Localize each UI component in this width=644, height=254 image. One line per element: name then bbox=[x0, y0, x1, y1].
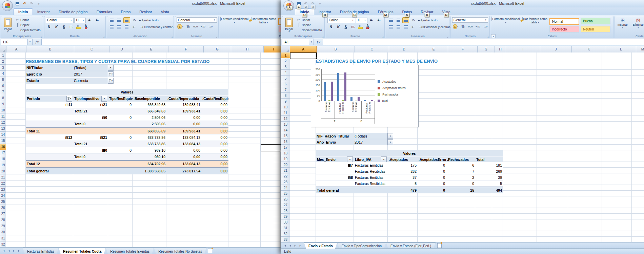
row-header-16[interactable]: 16 bbox=[0, 144, 6, 150]
align-top-button[interactable] bbox=[108, 17, 115, 23]
next-sheet-button[interactable]: ► bbox=[12, 249, 16, 253]
insert-function-button[interactable]: ƒx bbox=[314, 40, 323, 44]
redo-button[interactable]: ↷ 3 bbox=[310, 1, 316, 6]
column-header-G[interactable]: G bbox=[204, 46, 231, 52]
number-format-select[interactable]: General▼ bbox=[452, 17, 488, 23]
bar-chart[interactable]: 050100150200250300Facturas EmitidasFactu… bbox=[311, 65, 419, 127]
save-button[interactable]: 1 bbox=[296, 1, 302, 6]
row-header-1[interactable]: 1 bbox=[0, 52, 6, 59]
grow-font-button[interactable]: A▴ bbox=[368, 17, 375, 23]
comma-style-button[interactable]: 000 bbox=[192, 24, 199, 29]
decrease-decimal-button[interactable]: -.00 bbox=[482, 24, 489, 29]
redo-button[interactable]: ↷ bbox=[28, 1, 35, 6]
row-header-18[interactable]: 18 bbox=[281, 150, 290, 156]
row-header-25[interactable]: 25 bbox=[0, 199, 6, 205]
row-header-14[interactable]: 14 bbox=[281, 127, 290, 133]
row-header-17[interactable]: 17 bbox=[0, 150, 6, 156]
font-size-select[interactable]: 11▼ bbox=[74, 18, 86, 23]
column-headers[interactable]: ABCDEFGHIJKLM bbox=[281, 46, 644, 53]
percent-style-button[interactable]: % bbox=[460, 24, 466, 29]
grid[interactable]: ESTÁDISTICAS DE ENVÍO POR ESTADO Y MES D… bbox=[290, 52, 644, 242]
sheet-tab-resumen-totales-exentas[interactable]: Resumen Totales Exentas bbox=[106, 248, 154, 254]
number-format-select[interactable]: General▼ bbox=[177, 17, 217, 23]
font-color-button[interactable]: A▾ bbox=[83, 24, 90, 30]
row-header-1[interactable]: 1 bbox=[281, 52, 290, 58]
row-header-16[interactable]: 16 bbox=[281, 139, 290, 145]
row-header-31[interactable]: 31 bbox=[0, 235, 6, 241]
row-header-2[interactable]: 2 bbox=[0, 59, 6, 65]
column-header-J[interactable]: J bbox=[540, 46, 572, 52]
title-bar[interactable]: A 1 ↶ 2 ↷ 3 ▾ cxdat5500.xlsx - Microsoft… bbox=[281, 0, 644, 8]
row-header-33[interactable]: 33 bbox=[281, 237, 290, 242]
align-left-button[interactable] bbox=[387, 24, 394, 30]
increase-decimal-button[interactable]: +.00 bbox=[475, 24, 481, 29]
row-header-2[interactable]: 2 bbox=[281, 58, 290, 64]
row-header-26[interactable]: 26 bbox=[0, 205, 6, 211]
row-header-4[interactable]: 4 bbox=[281, 70, 290, 76]
insert-function-button[interactable]: ƒx bbox=[33, 40, 41, 44]
orientation-button[interactable]: ⇗▾ bbox=[131, 17, 138, 23]
row-header-15[interactable]: 15 bbox=[0, 138, 6, 144]
column-header-F[interactable]: F bbox=[168, 46, 204, 52]
row-header-30[interactable]: 30 bbox=[0, 229, 6, 235]
ribbon-tab-insertar[interactable]: InsertarB bbox=[314, 9, 336, 15]
conditional-formatting-button[interactable]: Formato condicional ▾ bbox=[220, 16, 249, 24]
row-header-32[interactable]: 32 bbox=[281, 231, 290, 237]
align-bottom-button[interactable] bbox=[402, 17, 409, 23]
dialog-launcher-icon[interactable]: ⌟ bbox=[103, 35, 105, 38]
cell-style-neutral[interactable]: Neutral bbox=[581, 26, 610, 33]
row-header-14[interactable]: 14 bbox=[0, 132, 6, 138]
cell-style-incorrecto[interactable]: Incorrecto bbox=[549, 26, 579, 33]
row-header-30[interactable]: 30 bbox=[281, 219, 290, 225]
column-header-K[interactable]: K bbox=[572, 46, 606, 52]
grow-font-button[interactable]: A▴ bbox=[86, 17, 93, 23]
pivot-dropdown-button[interactable]: ▾ bbox=[101, 96, 107, 102]
dialog-launcher-icon[interactable]: ⌟ bbox=[172, 35, 173, 38]
filter-dropdown-button[interactable]: ▾ bbox=[387, 133, 393, 139]
paste-button[interactable]: Pegar▼ bbox=[1, 16, 15, 33]
row-header-3[interactable]: 3 bbox=[0, 65, 6, 71]
ribbon-tab-f-rmulas[interactable]: FórmulasM bbox=[92, 9, 117, 15]
name-box[interactable]: I16 bbox=[1, 39, 28, 45]
sheet-tab-facturas-emitidas[interactable]: Facturas Emitidas bbox=[23, 248, 59, 254]
column-header-E[interactable]: E bbox=[419, 46, 448, 52]
font-name-select[interactable]: Calibri▼ bbox=[46, 18, 74, 23]
name-box[interactable]: A1 bbox=[282, 39, 309, 45]
italic-button[interactable]: K bbox=[53, 24, 60, 30]
ribbon-tab-inicio[interactable]: InicioO bbox=[295, 8, 314, 15]
column-header-F[interactable]: F bbox=[448, 46, 478, 52]
row-header-6[interactable]: 6 bbox=[0, 83, 6, 89]
column-header-B[interactable]: B bbox=[317, 46, 355, 52]
row-header-28[interactable]: 28 bbox=[281, 208, 290, 214]
filter-funnel-button[interactable]: ▾ bbox=[108, 71, 114, 77]
column-header-D[interactable]: D bbox=[389, 46, 419, 52]
undo-button[interactable]: ↶ 2 bbox=[303, 1, 309, 6]
insert-sheet-tab[interactable] bbox=[436, 242, 443, 249]
ribbon-tab-dise-o-de-p-gina[interactable]: Diseño de páginaC bbox=[336, 9, 374, 15]
sheet-tab-env-o-x-estado[interactable]: Envío x Estado bbox=[304, 242, 337, 249]
formula-input[interactable] bbox=[323, 39, 644, 45]
dialog-launcher-icon[interactable]: ⌟ bbox=[447, 35, 448, 38]
row-header-24[interactable]: 24 bbox=[0, 193, 6, 199]
row-header-29[interactable]: 29 bbox=[0, 223, 6, 229]
ribbon-tab-datos[interactable]: DatosS bbox=[117, 9, 135, 15]
column-header-A[interactable]: A bbox=[6, 46, 26, 52]
row-header-9[interactable]: 9 bbox=[0, 101, 6, 107]
row-header-6[interactable]: 6 bbox=[281, 81, 290, 87]
column-header-I[interactable]: I bbox=[506, 46, 540, 52]
last-sheet-button[interactable]: ► bbox=[298, 244, 303, 248]
orientation-button[interactable]: ⇗▾ bbox=[410, 17, 417, 23]
format-as-table-button[interactable]: Dar formato como tabla ▾ bbox=[249, 16, 278, 24]
sheet-tab-resumen-totales-no-sujetas[interactable]: Resumen Totales No Sujetas bbox=[154, 248, 206, 254]
conditional-formatting-button[interactable]: Formato condicional ▾ bbox=[491, 16, 520, 24]
filter-dropdown-button[interactable]: ▾ bbox=[108, 65, 114, 71]
cut-button[interactable]: ✂Cortar bbox=[15, 17, 43, 22]
column-header-G[interactable]: G bbox=[478, 46, 495, 52]
align-middle-button[interactable] bbox=[116, 17, 123, 23]
decrease-indent-button[interactable]: ⇤ bbox=[131, 24, 138, 30]
column-header-C[interactable]: C bbox=[74, 46, 109, 52]
row-header-3[interactable]: 3 bbox=[281, 64, 290, 70]
column-headers[interactable]: ABCDEFGHI bbox=[0, 46, 281, 53]
save-button[interactable] bbox=[14, 1, 20, 6]
column-header-I[interactable]: I bbox=[264, 46, 281, 52]
